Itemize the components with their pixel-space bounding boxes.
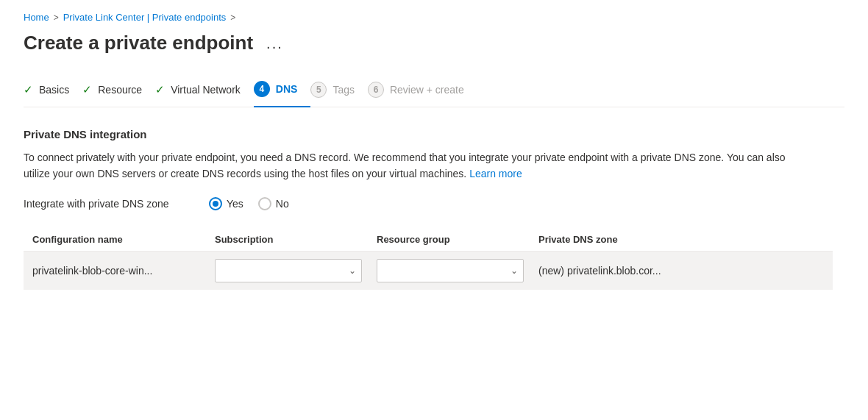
step-vnet-check: ✓ [155, 83, 165, 96]
step-dns-label: DNS [276, 83, 298, 95]
table-row: privatelink-blob-core-win... ⌄ [24, 251, 833, 290]
integration-label: Integrate with private DNS zone [24, 198, 185, 210]
col-header-dns: Private DNS zone [538, 228, 833, 252]
learn-more-link[interactable]: Learn more [469, 168, 522, 179]
step-basics-label: Basics [39, 84, 69, 96]
step-vnet-label: Virtual Network [171, 84, 241, 96]
config-name-value: privatelink-blob-core-win... [32, 265, 152, 277]
step-virtual-network[interactable]: ✓ Virtual Network [155, 77, 254, 105]
private-dns-zone-value: (new) privatelink.blob.cor... [538, 265, 661, 277]
breadcrumb-private-link[interactable]: Private Link Center | Private endpoints [63, 12, 227, 23]
step-tags[interactable]: 5 Tags [310, 76, 368, 107]
radio-no-option[interactable]: No [258, 197, 289, 210]
description-body: To connect privately with your private e… [24, 152, 786, 179]
col-header-sub: Subscription [215, 228, 377, 252]
col-header-config: Configuration name [24, 228, 215, 252]
radio-no-label: No [276, 198, 289, 210]
radio-no-circle [258, 197, 271, 210]
col-header-rg: Resource group [377, 228, 538, 252]
section-title: Private DNS integration [24, 128, 833, 140]
radio-group: Yes No [209, 197, 289, 210]
page-title: Create a private endpoint [24, 32, 253, 54]
breadcrumb-home[interactable]: Home [24, 12, 49, 23]
step-tags-label: Tags [332, 84, 355, 96]
breadcrumb: Home > Private Link Center | Private end… [24, 12, 844, 23]
radio-yes-circle [209, 197, 222, 210]
subscription-select[interactable] [215, 259, 362, 282]
step-resource-label: Resource [98, 84, 142, 96]
dns-table: Configuration name Subscription Resource… [24, 228, 833, 290]
step-resource-check: ✓ [82, 83, 92, 96]
step-tags-badge: 5 [310, 82, 327, 98]
breadcrumb-sep-1: > [54, 13, 59, 23]
step-basics-check: ✓ [24, 83, 33, 96]
breadcrumb-sep-2: > [230, 13, 235, 23]
resource-group-select-wrapper: ⌄ [377, 259, 524, 282]
integration-row: Integrate with private DNS zone Yes No [24, 197, 833, 210]
subscription-select-wrapper: ⌄ [215, 259, 362, 282]
wizard-steps: ✓ Basics ✓ Resource ✓ Virtual Network 4 … [24, 75, 844, 107]
step-resource[interactable]: ✓ Resource [82, 77, 155, 105]
radio-yes-label: Yes [227, 198, 243, 210]
ellipsis-button[interactable]: ... [262, 35, 288, 52]
step-dns[interactable]: 4 DNS [254, 75, 311, 107]
step-dns-badge: 4 [254, 81, 270, 97]
step-review-create[interactable]: 6 Review + create [368, 76, 477, 107]
step-review-label: Review + create [390, 84, 464, 96]
step-basics[interactable]: ✓ Basics [24, 77, 82, 105]
radio-yes-option[interactable]: Yes [209, 197, 243, 210]
step-review-badge: 6 [368, 82, 384, 98]
resource-group-select[interactable] [377, 259, 524, 282]
description-text: To connect privately with your private e… [24, 149, 803, 182]
content-section: Private DNS integration To connect priva… [24, 128, 833, 290]
